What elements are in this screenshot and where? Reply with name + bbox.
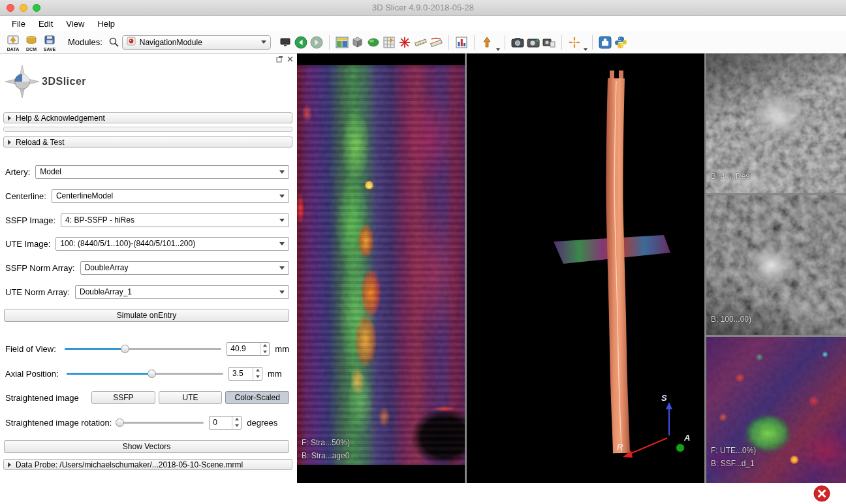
mouse-mode-button[interactable] — [567, 32, 588, 53]
artery-value: Model — [40, 167, 275, 176]
centerline-value: CenterlineModel — [56, 191, 275, 200]
module-selector-label: NavigationModule — [140, 38, 257, 47]
axial-slider-handle[interactable] — [148, 370, 156, 378]
rotation-row: Straightened image rotation: 0 degrees — [5, 415, 289, 430]
chevron-down-icon — [584, 48, 588, 51]
menu-item-file[interactable]: File — [5, 19, 32, 29]
corner-annotation: B: 4: ...Res — [711, 170, 749, 183]
fov-slider[interactable] — [65, 343, 221, 354]
axial-spin-down[interactable] — [253, 373, 262, 380]
load-dicom-button[interactable]: DCM — [22, 32, 40, 53]
transforms-button[interactable] — [479, 32, 500, 53]
corner-annotation: F: UTE...0%) B: SSF...d_1 — [711, 444, 756, 470]
ute-image-row: UTE Image: 100: (8440/5/1..100)-(8440/5/… — [5, 236, 289, 251]
color-scaled-button[interactable]: Color-Scaled — [225, 391, 289, 404]
help-section-bar[interactable]: Help & Acknowledgement — [3, 112, 292, 123]
help-section-label: Help & Acknowledgement — [16, 114, 105, 123]
ute-image-select[interactable]: 100: (8440/5/1..100)-(8440/5/101..200) — [55, 237, 289, 251]
threed-scene: S R A — [467, 54, 704, 483]
axial-spin-up[interactable] — [253, 368, 262, 374]
orange-crosshair-icon — [567, 35, 582, 50]
show-vectors-button[interactable]: Show Vectors — [4, 440, 289, 453]
minimize-window-button[interactable] — [20, 4, 27, 12]
save-button[interactable]: SAVE — [40, 32, 59, 53]
history-back-button[interactable] — [293, 35, 309, 50]
load-dicom-icon — [24, 33, 39, 47]
corner-annotation: F: Stra...50%) B: Stra...age0 — [302, 436, 350, 462]
module-panel-button[interactable] — [277, 35, 293, 50]
chevron-down-icon — [261, 40, 266, 44]
ssfp-image-select[interactable]: 4: BP-SSFP - hiRes — [61, 213, 289, 227]
chart-button[interactable] — [454, 35, 469, 50]
screenshot-button[interactable] — [510, 35, 525, 50]
threed-view[interactable]: S R A — [467, 54, 704, 483]
reload-section-bar[interactable]: Reload & Test — [3, 136, 292, 148]
rotation-spin-up[interactable] — [232, 417, 241, 423]
annotation-ruler-button[interactable] — [428, 35, 444, 50]
module-selector[interactable]: NavigationModule — [122, 35, 271, 50]
artery-label: Artery: — [5, 167, 30, 177]
fov-spinbox[interactable]: 40.9 — [227, 342, 270, 356]
collapse-arrow-icon — [8, 116, 11, 121]
data-probe-bar[interactable]: Data Probe: /Users/michaelschumaker/...2… — [3, 459, 292, 470]
cube-view-button[interactable] — [350, 35, 366, 50]
axial-slider[interactable] — [67, 368, 223, 379]
slice-grid-button[interactable] — [381, 35, 397, 50]
scene-view-restore-button[interactable] — [541, 35, 557, 50]
ssfp-norm-select[interactable]: DoubleArray — [80, 261, 289, 275]
menu-item-help[interactable]: Help — [91, 19, 121, 29]
ute-norm-label: UTE Norm Array: — [5, 287, 70, 297]
simulate-onentry-button[interactable]: Simulate onEntry — [4, 309, 289, 322]
corner-annotation: B: 100...00) — [711, 313, 751, 326]
artery-select[interactable]: Model — [35, 165, 289, 179]
ute-button[interactable]: UTE — [159, 391, 223, 404]
fov-slider-handle[interactable] — [121, 345, 129, 353]
right-top-slice-view[interactable]: B: 4: ...Res — [706, 54, 846, 193]
fov-spin-down[interactable] — [260, 349, 269, 355]
window-titlebar: 3D Slicer 4.9.0-2018-05-28 — [0, 0, 846, 16]
menu-item-view[interactable]: View — [59, 19, 91, 29]
module-search-button[interactable] — [106, 35, 122, 50]
right-bottom-slice-view[interactable]: F: UTE...0%) B: SSF...d_1 — [706, 337, 846, 483]
window-title: 3D Slicer 4.9.0-2018-05-28 — [372, 3, 474, 12]
error-close-button[interactable] — [813, 485, 830, 502]
ssfp-norm-value: DoubleArray — [85, 263, 275, 272]
rotation-spin-down[interactable] — [232, 422, 241, 429]
sphere-view-button[interactable] — [366, 35, 381, 50]
load-data-button[interactable]: DATA — [4, 32, 22, 53]
slicer-logo-icon — [5, 65, 39, 98]
panel-close-icon[interactable] — [287, 55, 294, 63]
crosshair-button[interactable] — [397, 35, 413, 50]
save-caption: SAVE — [44, 47, 56, 52]
axial-value: 3.5 — [229, 368, 253, 380]
chevron-down-icon — [279, 170, 285, 174]
panel-undock-icon[interactable] — [276, 55, 283, 63]
close-window-button[interactable] — [7, 4, 14, 12]
scene-view-capture-button[interactable] — [525, 35, 541, 50]
rotation-spinbox[interactable]: 0 — [209, 416, 242, 430]
extensions-button[interactable] — [597, 35, 613, 50]
corner-line-f: F: UTE...0%) — [711, 444, 756, 457]
rotation-slider[interactable] — [117, 417, 204, 428]
rotation-slider-handle[interactable] — [116, 418, 124, 427]
toolbar-separator — [505, 35, 505, 50]
section-groove — [3, 127, 292, 132]
fov-spin-up[interactable] — [260, 343, 269, 349]
ute-image-value: 100: (8440/5/1..100)-(8440/5/101..200) — [60, 239, 275, 248]
toolbar-separator — [561, 35, 562, 50]
zoom-window-button[interactable] — [33, 4, 40, 12]
python-console-button[interactable] — [613, 35, 629, 50]
ssfp-button[interactable]: SSFP — [91, 391, 155, 404]
menu-item-edit[interactable]: Edit — [32, 19, 59, 29]
centerline-select[interactable]: CenterlineModel — [52, 189, 289, 203]
straightened-row: Straightened image SSFP UTE Color-Scaled — [5, 390, 289, 405]
layout-selector-button[interactable] — [334, 35, 350, 50]
right-middle-slice-view[interactable]: B: 100...00) — [706, 195, 846, 335]
corner-line-f: F: Stra...50%) — [302, 436, 350, 449]
straightened-slice-view[interactable]: F: Stra...50%) B: Stra...age0 — [297, 54, 465, 483]
axial-spinbox[interactable]: 3.5 — [228, 367, 262, 381]
chevron-down-icon — [279, 266, 285, 270]
ruler-button[interactable] — [413, 35, 428, 50]
history-forward-button[interactable] — [309, 35, 324, 50]
ute-norm-select[interactable]: DoubleArray_1 — [75, 285, 289, 299]
